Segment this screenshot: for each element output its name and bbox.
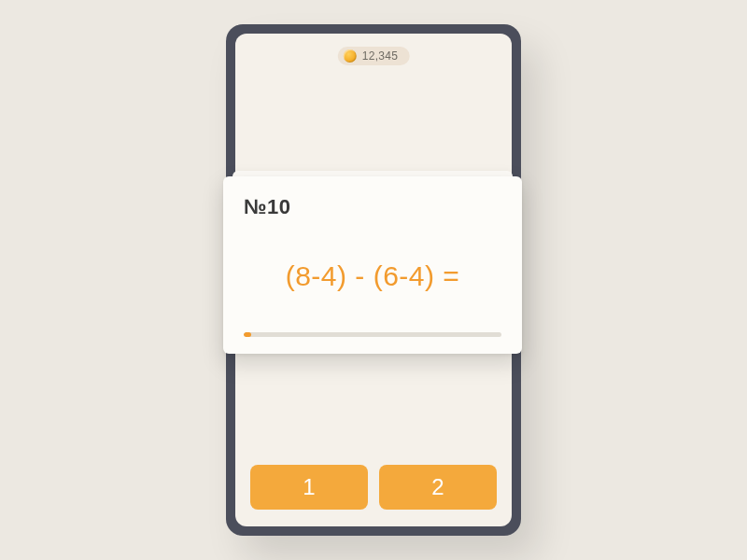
app-screen: 12,345 №10 (8-4) - (6-4) = 1 2	[235, 34, 512, 526]
timer-bar	[244, 332, 501, 337]
answer-row: 1 2	[250, 465, 497, 510]
coin-icon	[344, 49, 357, 63]
question-card-stack: №10 (8-4) - (6-4) =	[223, 176, 522, 354]
answer-button-1[interactable]: 1	[250, 465, 368, 510]
answer-button-2[interactable]: 2	[379, 465, 497, 510]
question-expression: (8-4) - (6-4) =	[244, 225, 501, 327]
coin-amount: 12,345	[362, 49, 399, 63]
device-frame: 12,345 №10 (8-4) - (6-4) = 1 2	[226, 24, 521, 536]
timer-fill	[244, 332, 251, 337]
question-card: №10 (8-4) - (6-4) =	[223, 176, 522, 354]
question-number: №10	[244, 195, 501, 219]
coin-balance: 12,345	[338, 47, 410, 65]
stage: 12,345 №10 (8-4) - (6-4) = 1 2	[0, 0, 747, 560]
